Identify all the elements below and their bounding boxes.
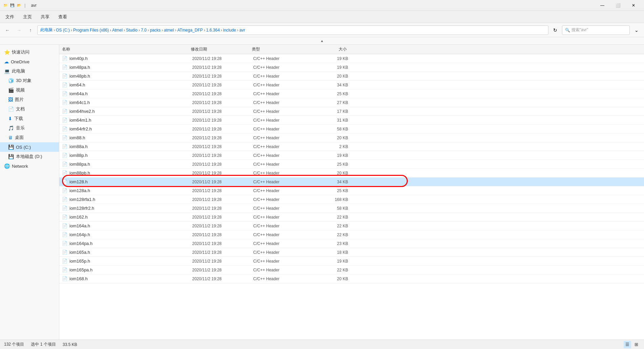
up-button[interactable]: ↑ [26,25,35,35]
col-header-name[interactable]: 名称 [62,46,191,52]
file-date-3: 2020/11/2 19:28 [192,83,253,87]
table-row[interactable]: 📄 iom48pb.h 2020/11/2 19:28 C/C++ Header… [59,72,644,81]
sidebar-item-onedrive[interactable]: ☁ OneDrive [0,57,59,66]
sidebar-item-documents[interactable]: 📄 文档 [0,104,59,114]
sidebar-item-downloads[interactable]: ⬇ 下载 [0,114,59,123]
file-icon-0: 📄 [62,56,67,61]
crumb-atmel2[interactable]: atmel [164,28,174,33]
sidebar-item-pictures[interactable]: 🖼 图片 [0,95,59,104]
sidebar-item-desktop[interactable]: 🖥 桌面 [0,133,59,142]
table-row[interactable]: 📄 iom40p.h 2020/11/2 19:28 C/C++ Header … [59,54,644,63]
table-row[interactable]: 📄 iom128.h 2020/11/2 19:28 C/C++ Header … [59,178,644,186]
breadcrumb-up-arrow[interactable]: ▲ [320,39,324,43]
maximize-button[interactable]: ⬜ [610,0,626,11]
sidebar-item-music[interactable]: 🎵 音乐 [0,123,59,133]
table-row[interactable]: 📄 iom165p.h 2020/11/2 19:28 C/C++ Header… [59,257,644,266]
crumb-70[interactable]: 7.0 [141,28,147,33]
file-size-11: 19 KB [314,153,348,158]
back-button[interactable]: ← [3,25,12,35]
table-row[interactable]: 📄 iom88pa.h 2020/11/2 19:28 C/C++ Header… [59,160,644,169]
table-row[interactable]: 📄 iom88p.h 2020/11/2 19:28 C/C++ Header … [59,151,644,160]
search-box[interactable]: 🔍 搜索"avr" [562,25,630,35]
crumb-atmel[interactable]: Atmel [112,28,123,33]
table-row[interactable]: 📄 iom164p.h 2020/11/2 19:28 C/C++ Header… [59,230,644,239]
file-size-7: 31 KB [314,118,348,123]
crumb-include[interactable]: include [223,28,236,33]
file-size-5: 27 KB [314,100,348,105]
crumb-studio[interactable]: Studio [126,28,138,33]
col-header-size[interactable]: 大小 [313,46,347,52]
table-row[interactable]: 📄 iom88.h 2020/11/2 19:28 C/C++ Header 2… [59,134,644,142]
table-row[interactable]: 📄 iom128rfr2.h 2020/11/2 19:28 C/C++ Hea… [59,204,644,213]
file-icon-3: 📄 [62,82,67,87]
music-icon: 🎵 [8,125,14,131]
col-header-date[interactable]: 修改日期 [191,46,252,52]
forward-button[interactable]: → [14,25,24,35]
table-row[interactable]: 📄 iom164a.h 2020/11/2 19:28 C/C++ Header… [59,222,644,230]
table-row[interactable]: 📄 iom88pb.h 2020/11/2 19:28 C/C++ Header… [59,169,644,178]
table-row[interactable]: 📄 iom88a.h 2020/11/2 19:28 C/C++ Header … [59,142,644,151]
file-date-2: 2020/11/2 19:28 [192,74,253,79]
crumb-atmegadfp[interactable]: ATmega_DFP [177,28,203,33]
ribbon-tab-home[interactable]: 主页 [19,13,36,21]
sidebar-item-this-pc[interactable]: 💻 此电脑 [0,66,59,76]
address-box[interactable]: 此电脑 › OS (C:) › Program Files (x86) › At… [37,25,548,35]
table-row[interactable]: 📄 iom64a.h 2020/11/2 19:28 C/C++ Header … [59,89,644,98]
file-date-9: 2020/11/2 19:28 [192,136,253,140]
table-row[interactable]: 📄 iom165a.h 2020/11/2 19:28 C/C++ Header… [59,248,644,257]
sidebar-label-pictures: 图片 [15,97,24,103]
file-type-3: C/C++ Header [253,83,314,87]
table-row[interactable]: 📄 iom64.h 2020/11/2 19:28 C/C++ Header 3… [59,81,644,89]
file-name-21: iom164pa.h [69,241,192,246]
details-view-button[interactable]: ☰ [624,341,631,348]
crumb-thispc[interactable]: 此电脑 [40,27,53,33]
file-name-3: iom64.h [69,82,192,87]
table-row[interactable]: 📄 iom64rfr2.h 2020/11/2 19:28 C/C++ Head… [59,125,644,134]
sidebar-item-os-c[interactable]: 💾 OS (C:) [0,142,59,152]
file-name-15: iom128a.h [69,188,192,193]
sidebar-label-desktop: 桌面 [15,135,24,141]
crumb-version[interactable]: 1.6.364 [206,28,220,33]
refresh-button[interactable]: ↻ [550,25,560,35]
file-icon-12: 📄 [62,162,67,167]
file-date-17: 2020/11/2 19:28 [192,206,253,211]
table-row[interactable]: 📄 iom128rfa1.h 2020/11/2 19:28 C/C++ Hea… [59,195,644,204]
sidebar-item-quick-access[interactable]: ⭐ 快速访问 [0,47,59,57]
crumb-packs[interactable]: packs [150,28,160,33]
large-icons-view-button[interactable]: ⊞ [632,341,640,348]
col-header-type[interactable]: 类型 [252,46,313,52]
ribbon-tab-share[interactable]: 共享 [37,13,54,21]
file-name-24: iom165pa.h [69,267,192,272]
sidebar-item-local-d[interactable]: 💾 本地磁盘 (D:) [0,152,59,161]
file-type-0: C/C++ Header [253,56,314,61]
file-size-6: 17 KB [314,109,348,114]
table-row[interactable]: 📄 iom64m1.h 2020/11/2 19:28 C/C++ Header… [59,116,644,125]
sidebar-item-videos[interactable]: 🎬 视频 [0,85,59,95]
table-row[interactable]: 📄 iom165pa.h 2020/11/2 19:28 C/C++ Heade… [59,266,644,274]
table-row[interactable]: 📄 iom64c1.h 2020/11/2 19:28 C/C++ Header… [59,98,644,107]
file-name-6: iom64hve2.h [69,109,192,114]
sidebar-item-network[interactable]: 🌐 Network [0,161,59,171]
sidebar-label-os-c: OS (C:) [16,145,31,150]
app-icon: 📁 [3,3,8,8]
close-button[interactable]: ✕ [626,0,641,11]
sidebar-item-3d-objects[interactable]: 🧊 3D 对象 [0,76,59,85]
file-date-25: 2020/11/2 19:28 [192,276,253,281]
table-row[interactable]: 📄 iom164pa.h 2020/11/2 19:28 C/C++ Heade… [59,239,644,248]
crumb-osc[interactable]: OS (C:) [56,28,70,33]
table-row[interactable]: 📄 iom128a.h 2020/11/2 19:28 C/C++ Header… [59,186,644,195]
file-type-6: C/C++ Header [253,109,314,114]
table-row[interactable]: 📄 iom64hve2.h 2020/11/2 19:28 C/C++ Head… [59,107,644,116]
ribbon-tab-file[interactable]: 文件 [1,13,18,21]
table-row[interactable]: 📄 iom168.h 2020/11/2 19:28 C/C++ Header … [59,274,644,283]
table-row[interactable]: 📄 iom48pa.h 2020/11/2 19:28 C/C++ Header… [59,63,644,72]
expand-button[interactable]: ⌄ [632,25,641,35]
minimize-button[interactable]: — [595,0,610,11]
file-size-3: 34 KB [314,83,348,87]
sidebar-label-downloads: 下载 [14,116,23,122]
crumb-programfiles[interactable]: Program Files (x86) [73,28,109,33]
ribbon-tab-view[interactable]: 查看 [54,13,71,21]
file-name-12: iom88pa.h [69,162,192,167]
crumb-avr[interactable]: avr [239,28,245,33]
table-row[interactable]: 📄 iom162.h 2020/11/2 19:28 C/C++ Header … [59,213,644,222]
